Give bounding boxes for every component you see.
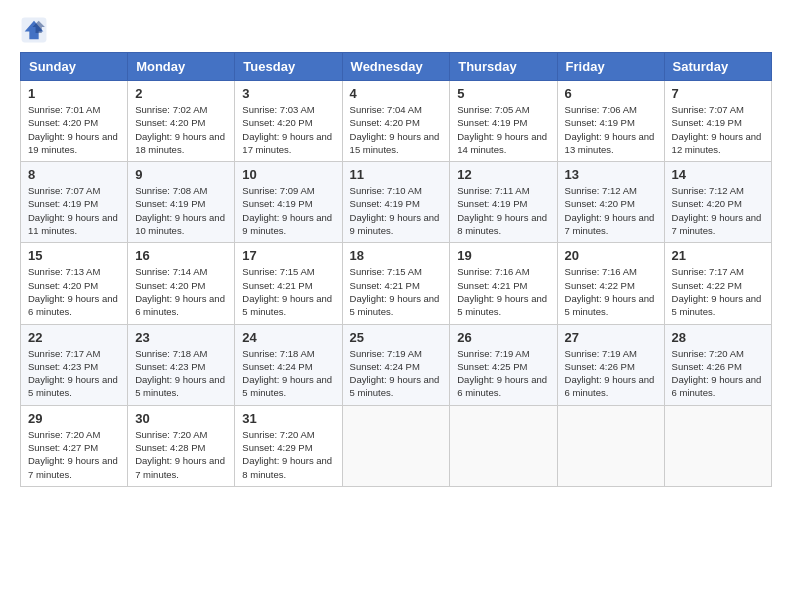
day-info: Sunrise: 7:16 AM Sunset: 4:21 PM Dayligh… [457, 265, 549, 318]
calendar-day-cell: 29 Sunrise: 7:20 AM Sunset: 4:27 PM Dayl… [21, 405, 128, 486]
day-info: Sunrise: 7:18 AM Sunset: 4:24 PM Dayligh… [242, 347, 334, 400]
day-info: Sunrise: 7:01 AM Sunset: 4:20 PM Dayligh… [28, 103, 120, 156]
day-info: Sunrise: 7:06 AM Sunset: 4:19 PM Dayligh… [565, 103, 657, 156]
day-info: Sunrise: 7:13 AM Sunset: 4:20 PM Dayligh… [28, 265, 120, 318]
logo-icon [20, 16, 48, 44]
calendar-day-cell: 14 Sunrise: 7:12 AM Sunset: 4:20 PM Dayl… [664, 162, 771, 243]
calendar-day-cell: 12 Sunrise: 7:11 AM Sunset: 4:19 PM Dayl… [450, 162, 557, 243]
day-info: Sunrise: 7:14 AM Sunset: 4:20 PM Dayligh… [135, 265, 227, 318]
calendar-week-row: 29 Sunrise: 7:20 AM Sunset: 4:27 PM Dayl… [21, 405, 772, 486]
calendar-day-cell: 1 Sunrise: 7:01 AM Sunset: 4:20 PM Dayli… [21, 81, 128, 162]
day-number: 2 [135, 86, 227, 101]
calendar-week-row: 8 Sunrise: 7:07 AM Sunset: 4:19 PM Dayli… [21, 162, 772, 243]
day-info: Sunrise: 7:20 AM Sunset: 4:29 PM Dayligh… [242, 428, 334, 481]
day-info: Sunrise: 7:20 AM Sunset: 4:27 PM Dayligh… [28, 428, 120, 481]
day-info: Sunrise: 7:18 AM Sunset: 4:23 PM Dayligh… [135, 347, 227, 400]
day-info: Sunrise: 7:11 AM Sunset: 4:19 PM Dayligh… [457, 184, 549, 237]
day-number: 28 [672, 330, 764, 345]
calendar-header-row: SundayMondayTuesdayWednesdayThursdayFrid… [21, 53, 772, 81]
calendar-day-cell: 30 Sunrise: 7:20 AM Sunset: 4:28 PM Dayl… [128, 405, 235, 486]
calendar-day-cell: 11 Sunrise: 7:10 AM Sunset: 4:19 PM Dayl… [342, 162, 450, 243]
day-of-week-header: Sunday [21, 53, 128, 81]
calendar-day-cell: 3 Sunrise: 7:03 AM Sunset: 4:20 PM Dayli… [235, 81, 342, 162]
day-info: Sunrise: 7:04 AM Sunset: 4:20 PM Dayligh… [350, 103, 443, 156]
day-number: 10 [242, 167, 334, 182]
calendar-day-cell: 6 Sunrise: 7:06 AM Sunset: 4:19 PM Dayli… [557, 81, 664, 162]
calendar-day-cell: 28 Sunrise: 7:20 AM Sunset: 4:26 PM Dayl… [664, 324, 771, 405]
day-number: 30 [135, 411, 227, 426]
day-number: 16 [135, 248, 227, 263]
day-info: Sunrise: 7:12 AM Sunset: 4:20 PM Dayligh… [565, 184, 657, 237]
day-number: 11 [350, 167, 443, 182]
calendar-day-cell [450, 405, 557, 486]
calendar-day-cell: 15 Sunrise: 7:13 AM Sunset: 4:20 PM Dayl… [21, 243, 128, 324]
calendar-week-row: 1 Sunrise: 7:01 AM Sunset: 4:20 PM Dayli… [21, 81, 772, 162]
day-info: Sunrise: 7:15 AM Sunset: 4:21 PM Dayligh… [242, 265, 334, 318]
page-header [20, 16, 772, 44]
day-info: Sunrise: 7:02 AM Sunset: 4:20 PM Dayligh… [135, 103, 227, 156]
day-of-week-header: Saturday [664, 53, 771, 81]
day-number: 19 [457, 248, 549, 263]
calendar-table: SundayMondayTuesdayWednesdayThursdayFrid… [20, 52, 772, 487]
day-info: Sunrise: 7:20 AM Sunset: 4:26 PM Dayligh… [672, 347, 764, 400]
calendar-day-cell: 4 Sunrise: 7:04 AM Sunset: 4:20 PM Dayli… [342, 81, 450, 162]
day-number: 27 [565, 330, 657, 345]
calendar-day-cell: 2 Sunrise: 7:02 AM Sunset: 4:20 PM Dayli… [128, 81, 235, 162]
day-info: Sunrise: 7:07 AM Sunset: 4:19 PM Dayligh… [28, 184, 120, 237]
day-info: Sunrise: 7:09 AM Sunset: 4:19 PM Dayligh… [242, 184, 334, 237]
day-number: 21 [672, 248, 764, 263]
day-info: Sunrise: 7:19 AM Sunset: 4:26 PM Dayligh… [565, 347, 657, 400]
day-number: 5 [457, 86, 549, 101]
calendar-day-cell [664, 405, 771, 486]
calendar-day-cell: 31 Sunrise: 7:20 AM Sunset: 4:29 PM Dayl… [235, 405, 342, 486]
day-number: 17 [242, 248, 334, 263]
calendar-day-cell [342, 405, 450, 486]
day-number: 3 [242, 86, 334, 101]
day-info: Sunrise: 7:15 AM Sunset: 4:21 PM Dayligh… [350, 265, 443, 318]
day-of-week-header: Friday [557, 53, 664, 81]
calendar-day-cell: 24 Sunrise: 7:18 AM Sunset: 4:24 PM Dayl… [235, 324, 342, 405]
logo [20, 16, 52, 44]
day-info: Sunrise: 7:05 AM Sunset: 4:19 PM Dayligh… [457, 103, 549, 156]
day-info: Sunrise: 7:19 AM Sunset: 4:25 PM Dayligh… [457, 347, 549, 400]
day-info: Sunrise: 7:16 AM Sunset: 4:22 PM Dayligh… [565, 265, 657, 318]
day-info: Sunrise: 7:17 AM Sunset: 4:23 PM Dayligh… [28, 347, 120, 400]
day-number: 20 [565, 248, 657, 263]
calendar-day-cell: 16 Sunrise: 7:14 AM Sunset: 4:20 PM Dayl… [128, 243, 235, 324]
day-number: 8 [28, 167, 120, 182]
calendar-day-cell: 27 Sunrise: 7:19 AM Sunset: 4:26 PM Dayl… [557, 324, 664, 405]
day-number: 7 [672, 86, 764, 101]
day-number: 6 [565, 86, 657, 101]
day-number: 12 [457, 167, 549, 182]
calendar-day-cell: 10 Sunrise: 7:09 AM Sunset: 4:19 PM Dayl… [235, 162, 342, 243]
day-number: 1 [28, 86, 120, 101]
day-number: 25 [350, 330, 443, 345]
day-number: 9 [135, 167, 227, 182]
day-info: Sunrise: 7:07 AM Sunset: 4:19 PM Dayligh… [672, 103, 764, 156]
calendar-day-cell: 19 Sunrise: 7:16 AM Sunset: 4:21 PM Dayl… [450, 243, 557, 324]
day-info: Sunrise: 7:08 AM Sunset: 4:19 PM Dayligh… [135, 184, 227, 237]
day-of-week-header: Monday [128, 53, 235, 81]
calendar-day-cell: 5 Sunrise: 7:05 AM Sunset: 4:19 PM Dayli… [450, 81, 557, 162]
day-info: Sunrise: 7:20 AM Sunset: 4:28 PM Dayligh… [135, 428, 227, 481]
day-number: 26 [457, 330, 549, 345]
day-of-week-header: Thursday [450, 53, 557, 81]
calendar-day-cell [557, 405, 664, 486]
calendar-day-cell: 8 Sunrise: 7:07 AM Sunset: 4:19 PM Dayli… [21, 162, 128, 243]
calendar-day-cell: 9 Sunrise: 7:08 AM Sunset: 4:19 PM Dayli… [128, 162, 235, 243]
calendar-day-cell: 22 Sunrise: 7:17 AM Sunset: 4:23 PM Dayl… [21, 324, 128, 405]
day-number: 31 [242, 411, 334, 426]
day-number: 15 [28, 248, 120, 263]
day-info: Sunrise: 7:10 AM Sunset: 4:19 PM Dayligh… [350, 184, 443, 237]
day-number: 22 [28, 330, 120, 345]
day-number: 18 [350, 248, 443, 263]
calendar-day-cell: 21 Sunrise: 7:17 AM Sunset: 4:22 PM Dayl… [664, 243, 771, 324]
day-number: 13 [565, 167, 657, 182]
calendar-day-cell: 23 Sunrise: 7:18 AM Sunset: 4:23 PM Dayl… [128, 324, 235, 405]
calendar-day-cell: 17 Sunrise: 7:15 AM Sunset: 4:21 PM Dayl… [235, 243, 342, 324]
calendar-week-row: 15 Sunrise: 7:13 AM Sunset: 4:20 PM Dayl… [21, 243, 772, 324]
day-number: 23 [135, 330, 227, 345]
day-info: Sunrise: 7:19 AM Sunset: 4:24 PM Dayligh… [350, 347, 443, 400]
day-number: 14 [672, 167, 764, 182]
day-info: Sunrise: 7:03 AM Sunset: 4:20 PM Dayligh… [242, 103, 334, 156]
